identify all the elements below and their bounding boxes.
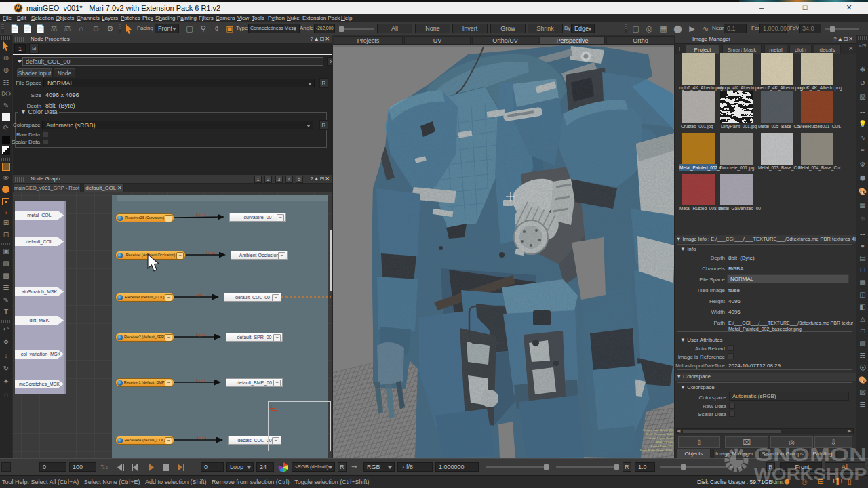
svg-text:ogioK_4K_Albedo.png: ogioK_4K_Albedo.png [798, 85, 842, 91]
svg-text:Paint Buffer Zoom: 104%: Paint Buffer Zoom: 104% [640, 449, 673, 452]
svg-text:oecc7_4K_Albedo.png: oecc7_4K_Albedo.png [758, 85, 803, 91]
svg-text:Current Tool: Select (S): Current Tool: Select (S) [642, 428, 673, 432]
svg-text:Metal_004_Base_Col: Metal_004_Base_Col [798, 165, 841, 171]
svg-text:Metal_Galvanized_00: Metal_Galvanized_00 [718, 206, 761, 211]
svg-text:FPS: 237.69: FPS: 237.69 [656, 441, 673, 444]
svg-text:Brush Pressure: 0.49: Brush Pressure: 0.49 [646, 432, 673, 436]
svg-text:Frame Time: 110: Frame Time: 110 [651, 445, 673, 448]
svg-text:Current Layer: Paint: Current Layer: Paint [647, 436, 673, 440]
svg-text:nglh6_4K_Albedo.png: nglh6_4K_Albedo.png [679, 85, 723, 91]
svg-text:Crusted_001.jpg: Crusted_001.jpg [681, 124, 713, 129]
svg-text:SteelRusted001_COL: SteelRusted001_COL [798, 124, 842, 129]
svg-text:Metal_005_Base_Col: Metal_005_Base_Col [758, 124, 801, 129]
svg-text:Metal_Rusted_008_b: Metal_Rusted_008_b [679, 206, 722, 211]
svg-text:Metal_003_Base_Col: Metal_003_Base_Col [758, 165, 801, 171]
svg-text:Concrete_001.jpg: Concrete_001.jpg [719, 165, 755, 171]
svg-text:DirtyPaint_001.jpg: DirtyPaint_001.jpg [721, 124, 757, 129]
svg-text:Metal_Painted_002_b: Metal_Painted_002_b [679, 165, 723, 171]
svg-text:nboqv_4K_Albedo.pr: nboqv_4K_Albedo.pr [718, 85, 760, 91]
